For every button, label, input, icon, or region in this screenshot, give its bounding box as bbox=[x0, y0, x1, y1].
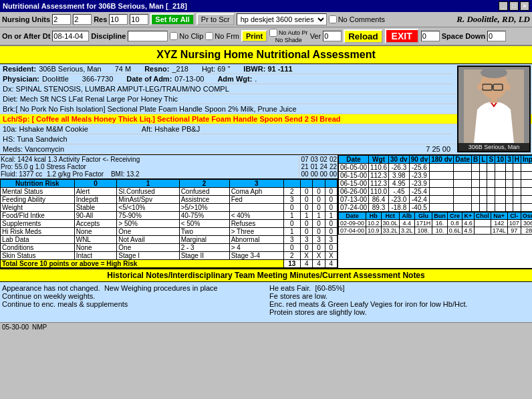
wt-3-header: 3 bbox=[506, 156, 513, 164]
space-down-input[interactable] bbox=[487, 31, 506, 41]
hgt: Hgt: 69 " bbox=[202, 65, 230, 73]
wt-date2-header: Date bbox=[454, 156, 472, 164]
date-input[interactable] bbox=[52, 31, 89, 41]
printer-select[interactable]: hp deskjet 3600 series bbox=[237, 13, 327, 25]
wt-30dv-header: 30 dv bbox=[389, 156, 410, 164]
table-row: Lab Data WNL Not Avail Marginal Abnormal… bbox=[1, 236, 338, 244]
val1: 0 bbox=[301, 244, 313, 252]
ver-input[interactable] bbox=[323, 31, 342, 41]
window-title: Nutritional Assessment for 306B Serious,… bbox=[3, 2, 187, 10]
discipline-label: Discipline bbox=[91, 32, 126, 40]
wt-cell-0: 07-24-00 bbox=[339, 204, 369, 212]
pr-to-scr-button[interactable]: Pr to Scr bbox=[196, 13, 235, 25]
main-content: XYZ Nursing Home Nutritional Assessment bbox=[0, 46, 532, 331]
date-adm-val: 07-13-00 bbox=[174, 75, 204, 83]
reload-button[interactable]: Reload bbox=[344, 29, 382, 43]
status-date: 05-30-00 bbox=[2, 323, 29, 331]
resident-age: 74 M bbox=[115, 65, 131, 73]
table-row: 06-15-00112.34.95-23.9 bbox=[339, 180, 533, 188]
notes-header: Historical Notes/Interdisciplinary Team … bbox=[0, 269, 532, 282]
maximize-button[interactable]: □ bbox=[509, 1, 519, 11]
toolbar-1: Nursing Units Res Set for All Pr to Scr … bbox=[0, 12, 532, 27]
col0: Indepdt bbox=[74, 196, 117, 204]
val3: 0 bbox=[325, 228, 337, 236]
row-label: Feeding Ability bbox=[1, 196, 75, 204]
bmi: BMI: 13.2 bbox=[111, 170, 140, 178]
col1: MinAst/Spv bbox=[117, 196, 179, 204]
no-comments-checkbox[interactable] bbox=[329, 15, 337, 23]
wt-date-header: Date bbox=[339, 156, 369, 164]
table-row: Hi Risk Meds None One Two > Three 1 0 0 … bbox=[1, 228, 338, 236]
weight-table: Date Wgt 30 dv 90 dv 180 dv Date B L S 1… bbox=[338, 155, 532, 212]
wt-cell-2: -.45 bbox=[389, 188, 410, 196]
close-button[interactable]: × bbox=[520, 1, 529, 11]
val3: 1 bbox=[325, 212, 337, 220]
v2-header bbox=[313, 180, 325, 188]
nursing-units-val1[interactable] bbox=[52, 14, 71, 25]
val3: 0 bbox=[325, 220, 337, 228]
col1: > 50% bbox=[117, 220, 179, 228]
row-label: Skin Status bbox=[1, 252, 75, 260]
val0: 3 bbox=[283, 236, 300, 244]
wt-cell-3: -25.6 bbox=[409, 164, 430, 172]
row-label: Food/Fld Intke bbox=[1, 212, 75, 220]
res-val2[interactable] bbox=[130, 14, 148, 25]
data-section: Kcal: 1424 kcal 1.3 Activity Factor <- R… bbox=[0, 155, 532, 269]
wt-l-header: L bbox=[480, 156, 487, 164]
window-controls[interactable]: _ □ × bbox=[499, 1, 529, 11]
exit-button[interactable]: EXIT bbox=[385, 29, 419, 43]
no-auto-pr-label: No Auto Pr bbox=[279, 29, 308, 36]
col3: Coma Aph bbox=[229, 188, 283, 196]
v0-header bbox=[283, 180, 300, 188]
wt-cell-3: -42.4 bbox=[409, 196, 430, 204]
col0: Stable bbox=[74, 204, 117, 212]
val0: 2 bbox=[283, 188, 300, 196]
hs-text: HS: Tuna Sandwich bbox=[3, 135, 68, 143]
col2: Confused bbox=[179, 188, 229, 196]
table-row: 07-24-0089.3-18.8-40.5 bbox=[339, 204, 533, 212]
minimize-button[interactable]: _ bbox=[499, 1, 508, 11]
wt-cell-1: 112.3 bbox=[369, 172, 389, 180]
notes-right: He eats Fair. [60-85%] Fe stores are low… bbox=[269, 284, 530, 320]
table-row: Mental Status Alert Sl.Confused Confused… bbox=[1, 188, 338, 196]
col1: Not Avail bbox=[117, 236, 179, 244]
col2: Stage II bbox=[179, 252, 229, 260]
nursing-units-val2[interactable] bbox=[73, 14, 92, 25]
svg-rect-8 bbox=[491, 96, 497, 103]
col3: Fed bbox=[229, 196, 283, 204]
lab-cell-6: 0.8 bbox=[447, 220, 462, 227]
total-v2: 4 bbox=[313, 260, 325, 268]
ver-label: Ver bbox=[310, 32, 321, 40]
no-clip-checkbox[interactable] bbox=[170, 32, 178, 40]
print-button[interactable]: Print bbox=[241, 30, 267, 42]
no-auto-pr-checkbox[interactable] bbox=[269, 29, 277, 37]
kcal-label: Kcal: 1424 kcal bbox=[1, 156, 46, 163]
val0: 0 bbox=[283, 220, 300, 228]
counter-input[interactable] bbox=[421, 31, 440, 41]
no-auto-pr-area: No Auto Pr No Shade bbox=[269, 29, 308, 43]
row-label: Hi Risk Meds bbox=[1, 228, 75, 236]
lab-cell-3: 4.4 bbox=[400, 220, 415, 227]
no-shade-label: No Shade bbox=[275, 37, 302, 43]
val1: 0 bbox=[301, 228, 313, 236]
wt-cell-2: -18.8 bbox=[389, 204, 410, 212]
lab-cell-9: 142 bbox=[491, 220, 507, 227]
val3: 0 bbox=[325, 204, 337, 212]
set-for-all-button[interactable]: Set for All bbox=[150, 13, 194, 25]
no-frm-checkbox[interactable] bbox=[205, 32, 213, 40]
val2: 0 bbox=[313, 220, 325, 228]
score-2: 2 bbox=[179, 180, 229, 188]
val2: 0 bbox=[313, 204, 325, 212]
nursing-units-label: Nursing Units bbox=[2, 15, 50, 23]
aft-text: Aft: Hshake PB&J bbox=[142, 125, 200, 133]
res-val1[interactable] bbox=[109, 14, 128, 25]
v3-header bbox=[325, 180, 337, 188]
lab-cell-4: 171H bbox=[414, 220, 432, 227]
ibwr: IBWR: 91 -111 bbox=[243, 65, 292, 73]
col2: < 50% bbox=[179, 220, 229, 228]
discipline-input[interactable] bbox=[128, 31, 168, 41]
col0: Alert bbox=[74, 188, 117, 196]
val2: 0 bbox=[313, 244, 325, 252]
notes-left: Appearance has not changed. New Weighing… bbox=[2, 284, 263, 320]
nutrition-risk-table: Nutrition Risk 0 1 2 3 Mental Status Ale… bbox=[0, 179, 338, 268]
